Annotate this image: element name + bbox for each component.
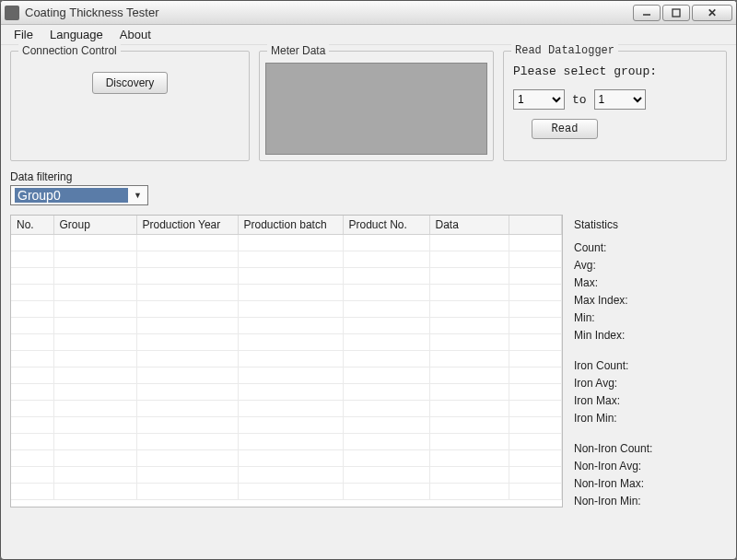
- table-body: [11, 235, 562, 500]
- titlebar: Coating Thickness Tester ✕: [1, 1, 736, 25]
- table-row[interactable]: [11, 401, 562, 417]
- minimize-icon: [642, 8, 651, 18]
- stat-count: Count:: [574, 239, 727, 257]
- close-button[interactable]: ✕: [692, 5, 732, 21]
- stats-header: Statistics: [574, 216, 727, 234]
- client-area: Connection Control Discovery Meter Data …: [1, 45, 736, 519]
- group-range-row: 1 to 1: [513, 89, 717, 110]
- svg-rect-1: [673, 9, 680, 17]
- stat-iron-count: Iron Count:: [574, 357, 727, 375]
- stat-iron-min: Iron Min:: [574, 410, 727, 427]
- app-window: Coating Thickness Tester ✕ File Language…: [0, 0, 737, 560]
- read-button-label: Read: [552, 122, 579, 135]
- stat-non-iron-min: Non-Iron Min:: [574, 493, 727, 510]
- reader-legend: Read Datalogger: [511, 44, 618, 57]
- window-title: Coating Thickness Tester: [25, 6, 633, 19]
- table-row[interactable]: [11, 334, 562, 351]
- col-year[interactable]: Production Year: [136, 216, 238, 235]
- table-row[interactable]: [11, 301, 562, 318]
- table-row[interactable]: [11, 235, 562, 251]
- menu-about[interactable]: About: [120, 28, 151, 41]
- col-no[interactable]: No.: [11, 216, 53, 235]
- maximize-icon: [672, 8, 681, 18]
- top-row: Connection Control Discovery Meter Data …: [10, 51, 727, 161]
- table-row[interactable]: [11, 268, 562, 285]
- table-row[interactable]: [11, 368, 562, 384]
- data-filtering-label: Data filtering: [10, 170, 727, 183]
- table-row[interactable]: [11, 318, 562, 334]
- stat-non-iron-avg: Non-Iron Avg:: [574, 458, 727, 475]
- data-table: No. Group Production Year Production bat…: [11, 216, 562, 500]
- data-filtering-select[interactable]: Group0 ▼: [10, 185, 148, 205]
- table-row[interactable]: [11, 417, 562, 434]
- stat-min-index: Min Index:: [574, 327, 727, 344]
- stat-iron-max: Iron Max:: [574, 392, 727, 410]
- maximize-button[interactable]: [662, 5, 690, 21]
- discovery-button[interactable]: Discovery: [92, 72, 169, 94]
- stat-max-index: Max Index:: [574, 292, 727, 309]
- menubar: File Language About: [1, 25, 736, 45]
- group-to-select[interactable]: 1: [594, 89, 646, 110]
- table-row[interactable]: [11, 450, 562, 467]
- chevron-down-icon: ▼: [134, 191, 142, 200]
- read-datalogger-group: Read Datalogger Please select group: 1 t…: [503, 51, 727, 161]
- stat-iron-avg: Iron Avg:: [574, 375, 727, 392]
- meter-data-group: Meter Data: [259, 51, 494, 161]
- table-row[interactable]: [11, 434, 562, 450]
- connection-control-group: Connection Control Discovery: [10, 51, 250, 161]
- table-row[interactable]: [11, 251, 562, 268]
- table-row[interactable]: [11, 484, 562, 500]
- meter-data-area: [265, 63, 487, 155]
- stat-non-iron-max: Non-Iron Max:: [574, 475, 727, 493]
- app-icon: [5, 6, 19, 20]
- minimize-button[interactable]: [633, 5, 661, 21]
- menu-language[interactable]: Language: [50, 28, 103, 41]
- data-filtering-selected: Group0: [15, 188, 128, 203]
- window-controls: ✕: [633, 5, 732, 21]
- to-label: to: [572, 93, 587, 107]
- col-product[interactable]: Product No.: [343, 216, 429, 235]
- menu-file[interactable]: File: [14, 28, 33, 41]
- group-from-select[interactable]: 1: [513, 89, 565, 110]
- table-row[interactable]: [11, 351, 562, 368]
- reader-prompt: Please select group:: [513, 64, 717, 78]
- data-table-wrap: No. Group Production Year Production bat…: [10, 215, 563, 508]
- col-batch[interactable]: Production batch: [238, 216, 343, 235]
- col-group[interactable]: Group: [53, 216, 136, 235]
- connection-legend: Connection Control: [18, 44, 121, 57]
- discovery-button-label: Discovery: [106, 76, 155, 89]
- stat-max: Max:: [574, 274, 727, 292]
- meter-legend: Meter Data: [267, 44, 329, 57]
- stat-avg: Avg:: [574, 257, 727, 274]
- stat-non-iron-count: Non-Iron Count:: [574, 440, 727, 458]
- col-spare: [509, 216, 562, 235]
- stat-min: Min:: [574, 309, 727, 327]
- table-header-row: No. Group Production Year Production bat…: [11, 216, 562, 235]
- table-row[interactable]: [11, 467, 562, 484]
- mid-row: No. Group Production Year Production bat…: [10, 215, 727, 510]
- table-row[interactable]: [11, 285, 562, 301]
- read-button[interactable]: Read: [532, 119, 598, 139]
- close-icon: ✕: [708, 6, 717, 19]
- col-data[interactable]: Data: [429, 216, 509, 235]
- statistics-panel: Statistics Count: Avg: Max: Max Index: M…: [574, 215, 727, 510]
- table-row[interactable]: [11, 384, 562, 401]
